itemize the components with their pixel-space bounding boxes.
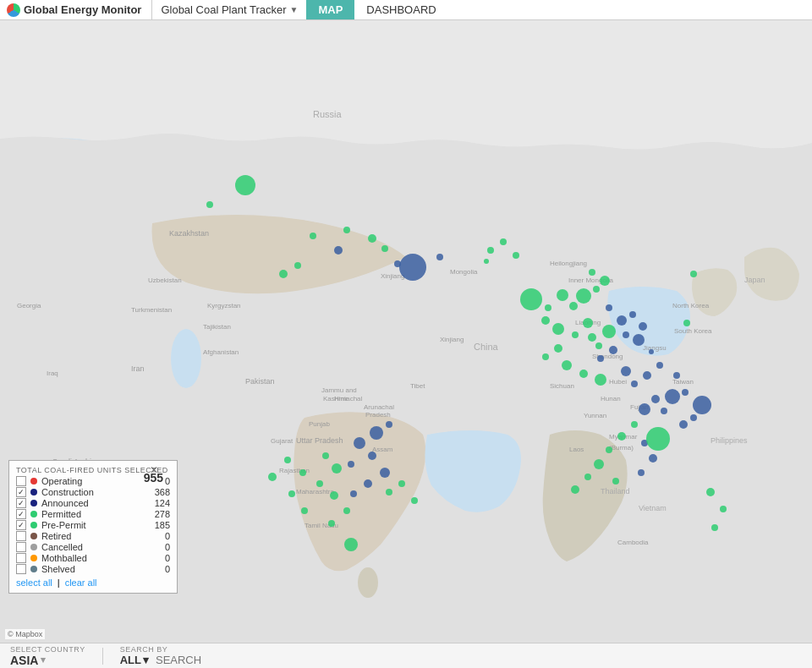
map-dot[interactable] [656, 362, 663, 369]
map-dot[interactable] [330, 491, 338, 500]
map-dot[interactable] [617, 432, 626, 441]
map-dot[interactable] [638, 469, 645, 476]
legend-checkbox[interactable] [16, 564, 26, 574]
map-dot[interactable] [328, 520, 335, 527]
map-dot[interactable] [606, 304, 612, 311]
map-dot[interactable] [541, 316, 550, 325]
map-dot[interactable] [597, 355, 604, 362]
map-dot[interactable] [411, 497, 418, 504]
map-dot[interactable] [649, 454, 657, 463]
map-dot[interactable] [386, 489, 392, 496]
map-dot[interactable] [380, 468, 390, 478]
map-dot[interactable] [370, 426, 383, 440]
legend-checkbox[interactable] [16, 531, 26, 541]
map-dot[interactable] [398, 480, 405, 487]
map-dot[interactable] [350, 490, 357, 497]
legend-row[interactable]: Permitted278 [16, 509, 170, 519]
legend-row[interactable]: Announced124 [16, 498, 170, 508]
legend-row[interactable]: Construction368 [16, 487, 170, 497]
map-dot[interactable] [693, 396, 711, 414]
map-dot[interactable] [571, 485, 579, 494]
map-dot[interactable] [583, 318, 593, 328]
map-dot[interactable] [646, 427, 670, 451]
map-dot[interactable] [322, 452, 329, 459]
map-dot[interactable] [609, 346, 617, 354]
map-dot[interactable] [682, 389, 689, 396]
map-dot[interactable] [631, 421, 638, 428]
map-dot[interactable] [557, 289, 568, 301]
map-dot[interactable] [279, 270, 288, 278]
map-dot[interactable] [332, 463, 342, 474]
map-dot[interactable] [633, 334, 645, 346]
map-dot[interactable] [588, 333, 596, 342]
map-dot[interactable] [487, 247, 494, 254]
legend-row[interactable]: Shelved0 [16, 564, 170, 574]
map-dot[interactable] [602, 325, 616, 338]
map-dot[interactable] [294, 262, 301, 269]
legend-checkbox[interactable] [16, 542, 26, 552]
map-dot[interactable] [593, 286, 600, 293]
map-dot[interactable] [562, 360, 572, 370]
map-dot[interactable] [600, 276, 610, 286]
map-dot[interactable] [343, 227, 350, 233]
map-dot[interactable] [354, 437, 365, 449]
map-dot[interactable] [343, 507, 350, 514]
map-dot[interactable] [617, 315, 627, 326]
legend-row[interactable]: Mothballed0 [16, 553, 170, 563]
legend-checkbox[interactable] [16, 553, 26, 563]
map-dot[interactable] [520, 288, 542, 310]
map-dot[interactable] [386, 421, 392, 428]
map-dot[interactable] [589, 269, 595, 276]
map-dot[interactable] [381, 245, 388, 252]
map-dot[interactable] [629, 311, 636, 318]
map-dot[interactable] [344, 538, 358, 551]
map-dot[interactable] [542, 353, 549, 360]
search-input[interactable] [156, 654, 802, 666]
map-dot[interactable] [206, 201, 213, 208]
map-dot[interactable] [690, 271, 697, 277]
legend-checkbox[interactable] [16, 509, 26, 519]
map-dot[interactable] [594, 459, 604, 469]
map-dot[interactable] [545, 304, 551, 311]
map-dot[interactable] [310, 233, 316, 239]
map-dot[interactable] [576, 288, 591, 304]
legend-checkbox[interactable] [16, 520, 26, 530]
map-dot[interactable] [334, 246, 343, 255]
map-dot[interactable] [284, 457, 291, 463]
map-dot[interactable] [661, 408, 667, 414]
map-dot[interactable] [606, 446, 612, 453]
map-dot[interactable] [595, 374, 606, 386]
map-dot[interactable] [368, 234, 376, 243]
map-dot[interactable] [621, 366, 631, 376]
tracker-dropdown[interactable]: Global Coal Plant Tracker ▼ [152, 0, 306, 19]
map-dot[interactable] [500, 238, 507, 245]
map-dot[interactable] [631, 381, 638, 387]
map-dot[interactable] [288, 490, 295, 497]
country-value[interactable]: ASIA ▾ [10, 654, 85, 667]
map-dot[interactable] [584, 474, 591, 480]
gem-logo[interactable]: Global Energy Monitor [7, 0, 152, 19]
map-dot[interactable] [673, 372, 680, 379]
map-dot[interactable] [720, 506, 727, 512]
legend-checkbox[interactable] [16, 487, 26, 497]
nav-map-button[interactable]: MAP [306, 0, 354, 19]
clear-all-link[interactable]: clear all [65, 578, 97, 588]
map-dot[interactable] [683, 320, 690, 326]
map-dot[interactable] [612, 478, 619, 485]
map-dot[interactable] [301, 507, 308, 514]
map-dot[interactable] [579, 370, 588, 378]
legend-checkbox[interactable] [16, 476, 26, 486]
map-dot[interactable] [706, 488, 715, 496]
map-area[interactable]: Russia Kazakhstan Uzbekistan Turkmenista… [0, 20, 812, 643]
map-dot[interactable] [552, 323, 564, 335]
map-dot[interactable] [623, 331, 629, 338]
map-dot[interactable] [348, 461, 354, 468]
map-dot[interactable] [572, 331, 579, 338]
map-dot[interactable] [649, 349, 654, 354]
map-dot[interactable] [368, 452, 376, 460]
legend-row[interactable]: Cancelled0 [16, 542, 170, 552]
map-dot[interactable] [651, 395, 660, 403]
map-dot[interactable] [643, 371, 651, 380]
map-dot[interactable] [235, 175, 255, 195]
map-dot[interactable] [679, 420, 688, 429]
